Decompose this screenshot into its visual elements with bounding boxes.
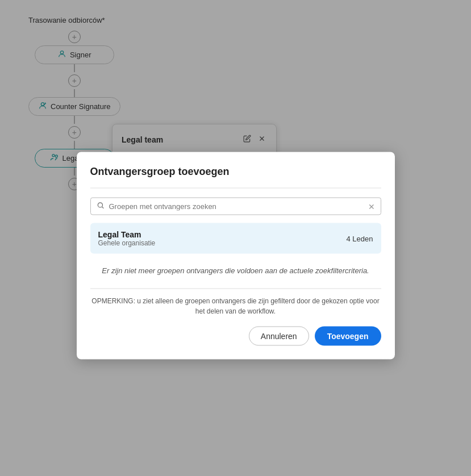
search-icon	[97, 202, 105, 211]
opmerking-section: OPMERKING: u ziet alleen de groepen ontv…	[90, 289, 381, 316]
group-name: Legal Team	[98, 230, 156, 239]
no-more-text: Er zijn niet meer groepen ontvangers die…	[90, 255, 381, 286]
search-wrapper: ✕	[90, 198, 381, 215]
opmerking-text: OPMERKING: u ziet alleen de groepen ontv…	[90, 296, 381, 316]
svg-point-6	[98, 203, 102, 207]
svg-line-7	[102, 207, 103, 208]
main-dialog: Ontvangersgroep toevoegen ✕ Legal Team G…	[77, 152, 395, 360]
search-clear-icon[interactable]: ✕	[368, 202, 375, 211]
toevoegen-button[interactable]: Toevoegen	[315, 327, 381, 346]
group-item-left: Legal Team Gehele organisatie	[98, 230, 156, 247]
annuleren-button[interactable]: Annuleren	[249, 327, 309, 346]
dialog-title: Ontvangersgroep toevoegen	[90, 166, 381, 178]
search-input[interactable]	[109, 202, 368, 211]
group-members: 4 Leden	[347, 234, 373, 243]
dialog-divider	[90, 188, 381, 189]
dialog-footer: Annuleren Toevoegen	[90, 327, 381, 346]
group-list-item[interactable]: Legal Team Gehele organisatie 4 Leden	[90, 223, 381, 254]
group-sub: Gehele organisatie	[98, 239, 156, 247]
